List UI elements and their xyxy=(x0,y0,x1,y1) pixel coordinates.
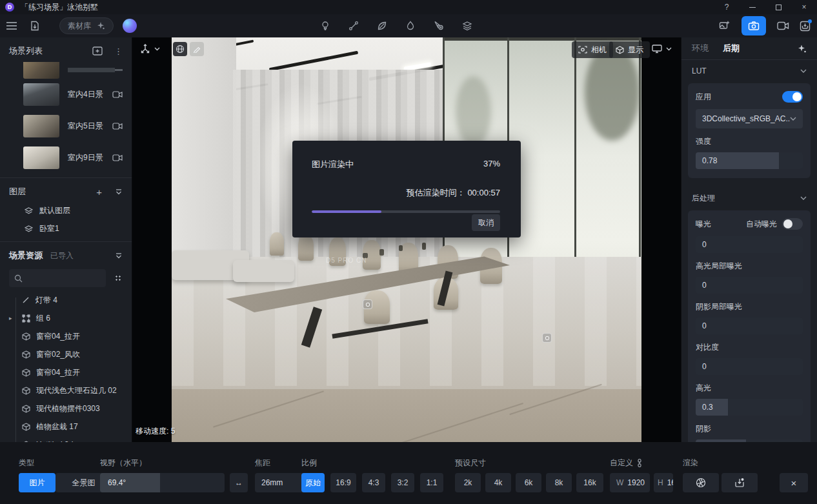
floor-marker-icon[interactable] xyxy=(363,299,372,309)
import-icon[interactable] xyxy=(26,17,44,35)
chevron-down-icon xyxy=(154,47,160,51)
shadow-local-slider[interactable]: 0 xyxy=(696,318,803,334)
contrast-slider[interactable]: 0 xyxy=(696,358,803,375)
custom-height-input[interactable]: H 16 xyxy=(654,473,673,492)
ai-image-icon[interactable] xyxy=(716,17,734,35)
brush-tool-button[interactable] xyxy=(190,42,204,56)
resource-item[interactable]: 窗帘04_拉开 xyxy=(0,327,132,345)
exposure-slider[interactable]: 0 xyxy=(696,236,803,253)
render-queue-button[interactable] xyxy=(800,21,811,32)
collapse-layers-icon[interactable] xyxy=(115,189,123,195)
display-settings-button[interactable]: 显示 xyxy=(609,41,650,58)
ratio-16-9-button[interactable]: 16:9 xyxy=(330,473,356,492)
app-logo-icon: D xyxy=(5,3,14,12)
preset-4k-button[interactable]: 4k xyxy=(485,473,511,492)
resource-item[interactable]: 植物盆栽 17 xyxy=(0,418,132,436)
globe-environment-button[interactable] xyxy=(173,42,187,56)
resource-item[interactable]: 现代植物摆件0303 xyxy=(0,399,132,418)
vegetation-tool-icon[interactable] xyxy=(373,17,391,35)
layer-item[interactable]: 卧室1 xyxy=(0,219,132,237)
ratio-4-3-button[interactable]: 4:3 xyxy=(362,473,385,492)
scene-item[interactable]: 室内5日景 xyxy=(0,110,132,142)
close-window-button[interactable]: × xyxy=(791,0,817,14)
render-settings-bar: 类型 图片 全景图 视野（水平） 69.4° ↔ 焦距 26mm 比例 原始 1… xyxy=(0,442,817,504)
preset-2k-button[interactable]: 2k xyxy=(455,473,481,492)
add-layer-icon[interactable]: + xyxy=(96,186,102,197)
save-render-button[interactable] xyxy=(721,473,758,492)
scene-camera-icon[interactable] xyxy=(112,154,123,161)
preset-6k-button[interactable]: 6k xyxy=(516,473,541,492)
layers-tool-icon[interactable] xyxy=(458,17,476,35)
auto-exposure-toggle[interactable] xyxy=(782,218,803,230)
resource-search-input[interactable] xyxy=(9,269,106,287)
gizmo-mode-button[interactable] xyxy=(139,43,160,55)
minimize-button[interactable] xyxy=(740,0,765,14)
close-render-bar-button[interactable]: × xyxy=(780,473,808,492)
chevron-down-icon[interactable] xyxy=(800,69,807,73)
resource-grid-view-icon[interactable] xyxy=(111,271,125,285)
maximize-button[interactable] xyxy=(765,0,791,14)
highlight-local-slider[interactable]: 0 xyxy=(696,277,803,294)
fov-slider[interactable]: 69.4° xyxy=(100,473,225,492)
scene-item[interactable]: 室内4日景 xyxy=(0,79,132,110)
exposure-label: 曝光 xyxy=(696,219,711,230)
link-dimensions-icon[interactable] xyxy=(637,459,642,467)
rendered-scene[interactable]: D5 PRO CN xyxy=(172,37,641,442)
main-toolbar: 素材库 xyxy=(0,14,817,37)
collapse-resources-icon[interactable] xyxy=(115,253,123,259)
tab-environment[interactable]: 环境 xyxy=(692,43,709,54)
lut-strength-label: 强度 xyxy=(696,136,803,147)
magic-sparkle-icon[interactable] xyxy=(797,44,807,54)
ratio-1-1-button[interactable]: 1:1 xyxy=(420,473,443,492)
scene-camera-icon[interactable] xyxy=(112,91,123,98)
tab-post[interactable]: 后期 xyxy=(723,43,740,54)
select-add-tool-icon[interactable] xyxy=(430,17,448,35)
scene-item-clipped[interactable] xyxy=(0,61,132,79)
resource-item[interactable]: 灯带 4 xyxy=(0,291,132,309)
fov-link-icon[interactable]: ↔ xyxy=(230,473,248,492)
lut-strength-value: 0.78 xyxy=(702,152,717,169)
cancel-render-button[interactable]: 取消 xyxy=(472,214,500,231)
add-scene-icon[interactable] xyxy=(92,46,103,55)
resource-label: 窗帘04_拉开 xyxy=(36,367,80,378)
ratio-3-2-button[interactable]: 3:2 xyxy=(391,473,414,492)
floor-marker-icon[interactable] xyxy=(542,333,552,343)
resource-item[interactable]: 窗帘02_风吹 xyxy=(0,345,132,363)
custom-width-input[interactable]: W 1920 xyxy=(610,473,650,492)
ratio-original-button[interactable]: 原始 xyxy=(301,473,325,492)
effects-tool-icon[interactable] xyxy=(401,17,419,35)
help-button[interactable]: ? xyxy=(714,0,740,14)
scene-item[interactable]: 室内9日景 xyxy=(0,142,132,174)
camera-settings-button[interactable]: 相机 xyxy=(572,41,613,58)
monitor-view-button[interactable] xyxy=(652,44,672,54)
expand-arrow-icon[interactable]: ▸ xyxy=(9,315,12,321)
viewport-3d[interactable]: D5 PRO CN 相机 显示 移动速度: 5 图片渲染中 37% 预估渲染时间… xyxy=(132,37,681,442)
menu-icon[interactable] xyxy=(3,17,21,35)
resources-title: 场景资源 xyxy=(9,250,43,261)
resource-label: 现代植物摆件0303 xyxy=(36,403,100,414)
highlights-slider[interactable]: 0.3 xyxy=(696,399,803,416)
resource-item[interactable]: 现代浅色大理石边几 02 xyxy=(0,381,132,399)
chevron-down-icon[interactable] xyxy=(800,196,807,200)
photo-mode-button[interactable] xyxy=(741,16,766,35)
light-tool-icon[interactable] xyxy=(316,17,334,35)
resource-item-group[interactable]: ▸ 组 6 xyxy=(0,309,132,327)
lut-preset-dropdown[interactable]: 3DCollective_sRGB_AC... xyxy=(696,109,803,128)
material-library-button[interactable]: 素材库 xyxy=(59,17,114,34)
scene-list-menu-icon[interactable]: ⋮ xyxy=(114,46,123,56)
scene-thumbnail xyxy=(23,146,59,169)
layer-item[interactable]: 默认图层 xyxy=(0,201,132,219)
preset-16k-button[interactable]: 16k xyxy=(576,473,603,492)
scene-camera-icon[interactable] xyxy=(112,123,123,130)
ai-assistant-orb[interactable] xyxy=(123,19,137,33)
preset-8k-button[interactable]: 8k xyxy=(546,473,572,492)
material-tool-icon[interactable] xyxy=(345,17,363,35)
type-image-button[interactable]: 图片 xyxy=(19,473,55,492)
resource-item[interactable]: 窗帘04_拉开 xyxy=(0,363,132,381)
globe-icon xyxy=(176,45,185,54)
imported-tab[interactable]: 已导入 xyxy=(50,250,74,261)
lut-apply-toggle[interactable] xyxy=(782,91,803,103)
video-mode-icon[interactable] xyxy=(774,17,792,35)
render-now-button[interactable] xyxy=(683,473,719,492)
lut-strength-slider[interactable]: 0.78 xyxy=(696,152,803,169)
